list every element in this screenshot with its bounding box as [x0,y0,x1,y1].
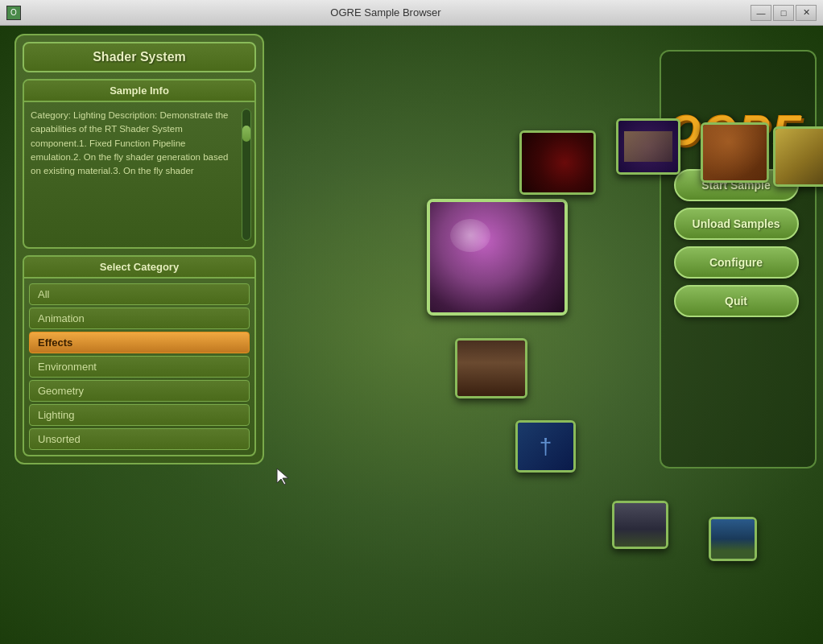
sample-info-header: Sample Info [24,80,254,102]
thumbnail-image-2 [522,133,593,192]
titlebar: O OGRE Sample Browser — □ ✕ [0,0,823,26]
window-title: OGRE Sample Browser [21,6,751,19]
panel-title: Shader System [23,42,256,72]
right-panel: OGRE Start SampleUnload SamplesConfigure… [664,58,809,317]
category-item-geometry[interactable]: Geometry [29,380,250,402]
thumbnail-image-3 [618,121,678,172]
thumbnail-image-4 [703,125,767,180]
quit-button[interactable]: Quit [674,285,799,317]
thumbnail-9[interactable] [709,517,757,561]
cursor [275,467,292,483]
thumbnail-7[interactable] [515,420,576,473]
minimize-button[interactable]: — [751,5,771,21]
scrollbar-thumb [242,126,250,142]
category-item-environment[interactable]: Environment [29,356,250,378]
select-category-box: Select Category AllAnimationEffectsEnvir… [23,255,256,456]
thumbnail-3[interactable] [616,118,680,175]
thumbnail-6[interactable] [455,338,527,398]
category-item-unsorted[interactable]: Unsorted [29,428,250,450]
left-panel: Shader System Sample Info Category: Ligh… [14,34,264,464]
sample-info-content: Category: Lighting Description: Demonstr… [24,102,254,247]
sample-info-scrollbar[interactable] [242,109,251,241]
window-controls: — □ ✕ [751,5,817,21]
sample-info-box: Sample Info Category: Lighting Descripti… [23,79,256,249]
configure-button[interactable]: Configure [674,246,799,279]
restore-button[interactable]: □ [773,5,794,21]
category-item-effects[interactable]: Effects [29,332,250,353]
thumbnail-image-5 [775,129,823,184]
thumbnail-4[interactable] [701,122,769,183]
close-button[interactable]: ✕ [796,5,817,21]
unload-samples-button[interactable]: Unload Samples [674,208,799,240]
category-item-all[interactable]: All [29,283,250,305]
thumbnail-5[interactable] [773,126,823,187]
thumbnail-image [430,202,565,312]
thumbnail-image-9 [711,519,755,559]
thumbnail-image-6 [457,341,525,396]
thumbnail-image-7 [518,423,573,470]
select-category-header: Select Category [24,257,254,279]
main-area: Shader System Sample Info Category: Ligh… [0,26,823,644]
thumbnail-2[interactable] [519,130,596,195]
sample-info-text: Category: Lighting Description: Demonstr… [31,109,248,178]
category-list: AllAnimationEffectsEnvironmentGeometryLi… [24,279,254,455]
category-item-animation[interactable]: Animation [29,308,250,329]
thumbnail-main[interactable] [427,199,568,316]
app-icon: O [6,6,21,20]
category-item-lighting[interactable]: Lighting [29,404,250,426]
thumbnail-image-8 [614,503,666,547]
thumbnail-8[interactable] [612,501,668,549]
